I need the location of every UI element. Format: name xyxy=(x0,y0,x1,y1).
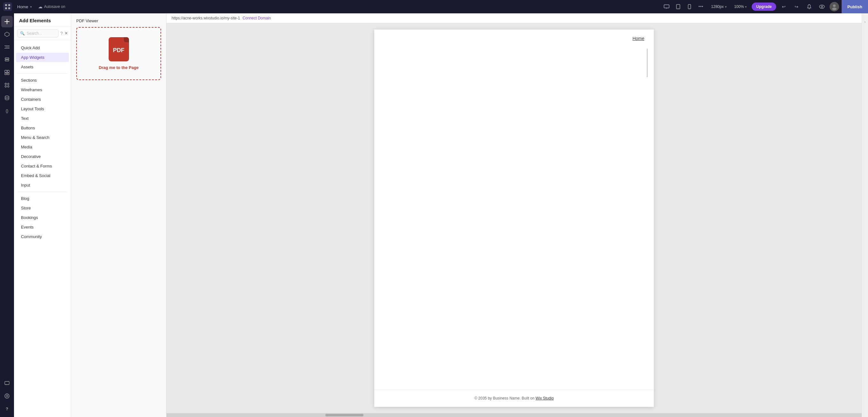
chat-icon[interactable] xyxy=(1,378,13,389)
search-box[interactable]: 🔍 Search... xyxy=(17,29,58,37)
nav-item-decorative[interactable]: Decorative xyxy=(16,152,69,161)
panel-nav: Quick Add App Widgets Assets Sections Wi… xyxy=(14,40,71,417)
tablet-view-button[interactable] xyxy=(673,2,683,12)
home-nav[interactable]: Home ▾ xyxy=(14,3,34,10)
layers-icon[interactable] xyxy=(1,54,13,65)
svg-rect-3 xyxy=(8,7,10,9)
autosave-label: Autosave on xyxy=(44,4,65,9)
redo-button[interactable]: ↪ xyxy=(792,2,802,12)
add-elements-panel: Add Elements 🔍 Search... ? × Quick Add A… xyxy=(14,13,71,417)
svg-point-8 xyxy=(678,8,678,8)
page-body xyxy=(374,44,654,383)
nav-item-input[interactable]: Input xyxy=(16,181,69,190)
upgrade-button[interactable]: Upgrade xyxy=(752,3,776,11)
panel-help-icon[interactable]: ? xyxy=(60,31,63,36)
nav-item-sections[interactable]: Sections xyxy=(16,76,69,85)
svg-point-34 xyxy=(6,395,8,397)
more-options-button[interactable]: ••• xyxy=(696,2,706,12)
navigator-icon[interactable] xyxy=(1,41,13,53)
svg-rect-21 xyxy=(5,58,9,59)
svg-rect-32 xyxy=(5,381,9,385)
autosave-indicator: ☁ Autosave on xyxy=(38,4,65,9)
right-panel-toggle[interactable]: › xyxy=(862,13,868,417)
home-chevron-icon: ▾ xyxy=(30,5,32,8)
nav-item-text[interactable]: Text xyxy=(16,114,69,123)
connect-domain-link[interactable]: Connect Domain xyxy=(242,16,271,20)
nav-item-bookings[interactable]: Bookings xyxy=(16,213,69,222)
notifications-button[interactable] xyxy=(804,2,814,12)
svg-point-11 xyxy=(819,5,825,8)
canvas-scroll-area[interactable]: Home © 2035 by Business Name. Built on W… xyxy=(166,23,862,413)
bottom-scrollbar[interactable] xyxy=(166,413,862,417)
widget-content-area: PDF Viewer PDF Drag me to the Page xyxy=(71,13,166,417)
app-market-icon[interactable] xyxy=(1,80,13,91)
cloud-icon: ☁ xyxy=(38,4,42,9)
nav-item-menu-search[interactable]: Menu & Search xyxy=(16,133,69,142)
nav-item-store[interactable]: Store xyxy=(16,203,69,213)
search-input[interactable]: Search... xyxy=(27,31,56,36)
main-area: {} ? Add Elements 🔍 Search... ? × Quick … xyxy=(0,13,868,417)
nav-item-events[interactable]: Events xyxy=(16,222,69,232)
svg-rect-26 xyxy=(7,73,9,75)
home-nav-link[interactable]: Home xyxy=(632,36,644,41)
mobile-view-button[interactable] xyxy=(684,2,694,12)
add-elements-icon[interactable] xyxy=(1,16,13,27)
svg-rect-0 xyxy=(5,4,7,6)
svg-rect-1 xyxy=(8,4,10,6)
nav-item-app-widgets[interactable]: App Widgets xyxy=(16,53,69,62)
code-icon[interactable]: {} xyxy=(1,105,13,116)
search-icon: 🔍 xyxy=(20,31,25,36)
data-icon[interactable] xyxy=(1,92,13,103)
nav-item-layout-tools[interactable]: Layout Tools xyxy=(16,104,69,114)
svg-point-30 xyxy=(8,86,9,87)
nav-item-media[interactable]: Media xyxy=(16,142,69,152)
zoom-label: 100% xyxy=(734,4,744,9)
size-chevron-icon: ▾ xyxy=(725,5,726,8)
svg-point-12 xyxy=(821,6,823,8)
svg-point-13 xyxy=(833,4,836,7)
desktop-view-button[interactable] xyxy=(661,2,672,12)
canvas-wrapper: https://acne-works.wixstudio.io/my-site-… xyxy=(166,13,862,417)
undo-button[interactable]: ↩ xyxy=(779,2,789,12)
panel-title: Add Elements xyxy=(14,13,71,27)
nav-item-community[interactable]: Community xyxy=(16,232,69,241)
nav-item-blog[interactable]: Blog xyxy=(16,194,69,203)
nav-item-embed-social[interactable]: Embed & Social xyxy=(16,171,69,180)
svg-point-27 xyxy=(5,83,7,85)
home-label: Home xyxy=(17,4,28,9)
media-library-icon[interactable] xyxy=(1,67,13,78)
drag-label: Drag me to the Page xyxy=(99,65,139,70)
footer-link[interactable]: Wix Studio xyxy=(535,396,554,400)
svg-rect-23 xyxy=(5,70,7,72)
page-footer: © 2035 by Business Name. Built on Wix St… xyxy=(374,389,654,407)
nav-divider-1 xyxy=(17,73,68,74)
nav-item-contact-forms[interactable]: Contact & Forms xyxy=(16,161,69,171)
pdf-icon-text: PDF xyxy=(113,47,125,54)
svg-rect-4 xyxy=(664,5,669,8)
pdf-viewer-widget[interactable]: PDF Drag me to the Page xyxy=(76,27,161,80)
nav-item-containers[interactable]: Containers xyxy=(16,95,69,104)
publish-button[interactable]: Publish xyxy=(842,0,868,13)
canvas-size-selector[interactable]: 1280px ▾ xyxy=(709,3,729,10)
bottom-scrollbar-thumb[interactable] xyxy=(326,414,364,416)
nav-item-wireframes[interactable]: Wireframes xyxy=(16,85,69,94)
svg-rect-2 xyxy=(5,7,7,9)
canvas-page: Home © 2035 by Business Name. Built on W… xyxy=(374,30,654,407)
nav-item-assets[interactable]: Assets xyxy=(16,62,69,71)
svg-point-10 xyxy=(689,8,690,8)
pages-icon[interactable] xyxy=(1,29,13,40)
user-avatar[interactable] xyxy=(830,2,839,11)
panel-close-icon[interactable]: × xyxy=(65,31,68,36)
footer-text: © 2035 by Business Name. Built on xyxy=(474,396,535,400)
nav-item-quick-add[interactable]: Quick Add xyxy=(16,43,69,53)
nav-item-buttons[interactable]: Buttons xyxy=(16,123,69,132)
help-icon-bottom[interactable]: ? xyxy=(1,403,13,414)
logo[interactable] xyxy=(3,2,12,11)
page-nav: Home xyxy=(374,30,654,44)
topbar: Home ▾ ☁ Autosave on ••• 1280px ▾ 100% ▾… xyxy=(0,0,868,13)
right-arrow-icon: › xyxy=(865,20,866,24)
zoom-selector[interactable]: 100% ▾ xyxy=(732,3,749,10)
community-icon[interactable] xyxy=(1,390,13,402)
svg-point-33 xyxy=(5,394,9,398)
preview-button[interactable] xyxy=(817,2,827,12)
